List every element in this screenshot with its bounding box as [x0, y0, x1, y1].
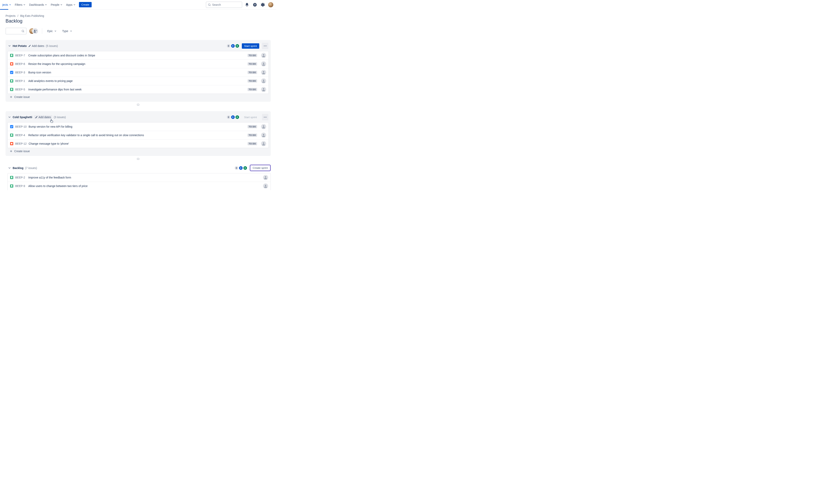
collapse-toggle[interactable]: [8, 116, 11, 119]
issue-summary[interactable]: Add analytics events to pricing page: [28, 79, 246, 83]
pencil-icon: [35, 116, 38, 119]
assignee-avatar[interactable]: [261, 87, 266, 92]
issue-summary[interactable]: Investigate perfomance dips from last we…: [28, 88, 246, 91]
done-count-badge: 0: [236, 44, 239, 48]
start-sprint-button[interactable]: Start sprint: [242, 43, 259, 49]
issue-row[interactable]: BEEP-9Allow users to change between two …: [8, 182, 271, 190]
add-dates-label: Add dates: [39, 116, 51, 119]
assignee-avatar[interactable]: [261, 124, 266, 129]
issue-summary[interactable]: Bump icon version: [28, 71, 246, 74]
status-lozenge[interactable]: TO DO: [248, 125, 257, 128]
status-lozenge[interactable]: TO DO: [248, 134, 257, 137]
resize-handle[interactable]: [5, 158, 271, 160]
help-icon[interactable]: ?: [252, 2, 258, 8]
more-actions-button[interactable]: [262, 114, 268, 120]
chevron-down-icon: [54, 30, 56, 32]
issue-summary[interactable]: Allow users to change between two tiers …: [28, 184, 259, 187]
sprint-name: Cold Spaghetti: [13, 116, 32, 119]
chevron-down-icon: [9, 4, 11, 6]
bug-icon: [10, 62, 13, 66]
assignee-avatar[interactable]: [263, 175, 268, 180]
avatar-icon: [268, 2, 273, 7]
svg-point-10: [266, 117, 266, 118]
assignee-filter[interactable]: [29, 28, 38, 34]
more-actions-button[interactable]: [262, 43, 268, 49]
status-lozenge[interactable]: TO DO: [248, 62, 257, 66]
create-issue-button[interactable]: Create issue: [7, 148, 269, 154]
create-button[interactable]: Create: [79, 2, 92, 7]
svg-point-4: [34, 30, 35, 31]
issue-row[interactable]: BEEP-1Add analytics events to pricing pa…: [8, 77, 268, 85]
collapse-toggle[interactable]: [8, 166, 11, 170]
page-content: Projects / Big Eats Publishing Backlog E…: [0, 9, 276, 192]
issue-row[interactable]: BEEP-6Resize the images for the upcoming…: [8, 60, 268, 68]
type-filter[interactable]: Type: [60, 28, 74, 34]
nav-item-people[interactable]: People: [49, 2, 64, 7]
chevron-down-icon: [73, 4, 76, 6]
issue-key[interactable]: BEEP-7: [15, 54, 26, 57]
breadcrumb-project[interactable]: Big Eats Publishing: [20, 14, 44, 17]
issue-row[interactable]: BEEP-10Bump version for new API for bill…: [8, 123, 268, 131]
section-header: Cold SpaghettiAdd dates(3 issues)000Star…: [7, 113, 269, 122]
nav-item-projects[interactable]: jects: [2, 2, 13, 7]
issue-row[interactable]: BEEP-2Improve a11y of the feedback form: [8, 173, 271, 182]
issue-key[interactable]: BEEP-4: [15, 134, 26, 137]
epic-filter[interactable]: Epic: [46, 28, 58, 34]
status-lozenge[interactable]: TO DO: [248, 71, 257, 74]
issue-key[interactable]: BEEP-3: [15, 71, 26, 74]
issue-summary[interactable]: Resize the images for the upcoming campa…: [28, 62, 246, 66]
issue-key[interactable]: BEEP-12: [15, 142, 27, 145]
global-search[interactable]: [206, 2, 242, 8]
status-lozenge[interactable]: TO DO: [248, 54, 257, 57]
section-name: Backlog: [13, 166, 23, 170]
done-count-badge: 0: [236, 115, 239, 119]
assignee-avatar[interactable]: [261, 61, 266, 67]
issue-row[interactable]: BEEP-7Create subscription plans and disc…: [8, 51, 268, 60]
add-dates-button[interactable]: Add dates: [28, 44, 44, 47]
breadcrumb-root[interactable]: Projects: [5, 14, 16, 17]
add-people-icon[interactable]: [32, 28, 38, 34]
issue-key[interactable]: BEEP-9: [15, 184, 26, 187]
issue-summary[interactable]: Improve a11y of the feedback form: [28, 176, 259, 179]
status-lozenge[interactable]: TO DO: [248, 88, 257, 91]
nav-item-dashboards[interactable]: Dashboards: [28, 2, 49, 7]
create-issue-button[interactable]: Create issue: [7, 94, 269, 100]
issue-key[interactable]: BEEP-6: [15, 62, 26, 66]
nav-item-apps[interactable]: Apps: [65, 2, 77, 7]
status-lozenge[interactable]: TO DO: [248, 79, 257, 83]
nav-item-filters[interactable]: Filters: [13, 2, 27, 7]
issue-summary[interactable]: Change message type to 'phone': [29, 142, 246, 145]
issue-row[interactable]: BEEP-3Bump icon versionTO DO: [8, 68, 268, 77]
issue-key[interactable]: BEEP-10: [15, 125, 27, 128]
board-search[interactable]: [5, 28, 27, 34]
collapse-toggle[interactable]: [8, 44, 11, 47]
issue-summary[interactable]: Create subscription plans and discount c…: [28, 54, 246, 57]
assignee-avatar[interactable]: [261, 141, 266, 146]
assignee-avatar[interactable]: [261, 133, 266, 138]
issue-key[interactable]: BEEP-1: [15, 79, 26, 83]
settings-icon[interactable]: [260, 2, 266, 8]
task-icon: [10, 125, 13, 128]
issue-row[interactable]: BEEP-12Change message type to 'phone'TO …: [8, 139, 268, 148]
status-lozenge[interactable]: TO DO: [248, 142, 257, 145]
issue-summary[interactable]: Bump version for new API for billing: [29, 125, 246, 128]
issue-key[interactable]: BEEP-2: [15, 176, 26, 179]
nav-label: Apps: [66, 3, 73, 6]
assignee-avatar[interactable]: [261, 53, 266, 58]
notifications-icon[interactable]: [244, 2, 250, 8]
profile-avatar[interactable]: [267, 2, 274, 8]
issue-summary[interactable]: Refactor stripe verification key validat…: [28, 134, 246, 137]
filter-label: Type: [62, 30, 68, 33]
issue-row[interactable]: BEEP-5Investigate perfomance dips from l…: [8, 85, 268, 94]
global-search-input[interactable]: [212, 3, 240, 6]
issue-key[interactable]: BEEP-5: [15, 88, 26, 91]
chevron-down-icon: [60, 4, 63, 6]
filter-label: Epic: [47, 30, 53, 33]
assignee-avatar[interactable]: [261, 78, 266, 84]
add-dates-button[interactable]: Add dates: [34, 115, 52, 119]
resize-handle[interactable]: [5, 104, 271, 106]
assignee-avatar[interactable]: [263, 183, 268, 188]
issue-row[interactable]: BEEP-4Refactor stripe verification key v…: [8, 131, 268, 139]
assignee-avatar[interactable]: [261, 70, 266, 75]
create-sprint-button[interactable]: Create sprint: [252, 166, 268, 170]
